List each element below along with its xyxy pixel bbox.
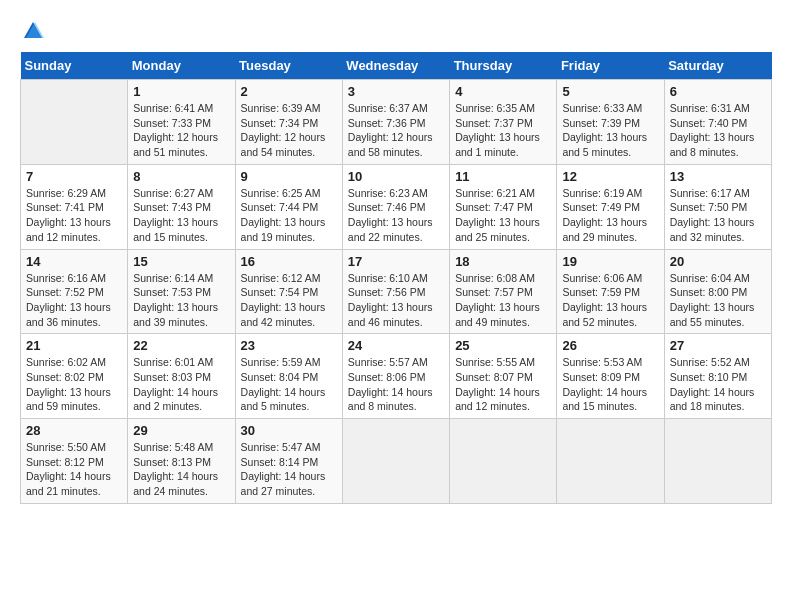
- day-info: Sunrise: 6:10 AM Sunset: 7:56 PM Dayligh…: [348, 271, 444, 330]
- day-info: Sunrise: 6:33 AM Sunset: 7:39 PM Dayligh…: [562, 101, 658, 160]
- calendar-cell: 4Sunrise: 6:35 AM Sunset: 7:37 PM Daylig…: [450, 80, 557, 165]
- calendar-week-4: 21Sunrise: 6:02 AM Sunset: 8:02 PM Dayli…: [21, 334, 772, 419]
- calendar-cell: 7Sunrise: 6:29 AM Sunset: 7:41 PM Daylig…: [21, 164, 128, 249]
- day-info: Sunrise: 6:16 AM Sunset: 7:52 PM Dayligh…: [26, 271, 122, 330]
- day-info: Sunrise: 6:19 AM Sunset: 7:49 PM Dayligh…: [562, 186, 658, 245]
- calendar-cell: 3Sunrise: 6:37 AM Sunset: 7:36 PM Daylig…: [342, 80, 449, 165]
- calendar-header-sunday: Sunday: [21, 52, 128, 80]
- calendar-cell: 21Sunrise: 6:02 AM Sunset: 8:02 PM Dayli…: [21, 334, 128, 419]
- day-number: 22: [133, 338, 229, 353]
- calendar-cell: 17Sunrise: 6:10 AM Sunset: 7:56 PM Dayli…: [342, 249, 449, 334]
- day-number: 12: [562, 169, 658, 184]
- day-number: 17: [348, 254, 444, 269]
- calendar-header-tuesday: Tuesday: [235, 52, 342, 80]
- day-number: 19: [562, 254, 658, 269]
- calendar-table: SundayMondayTuesdayWednesdayThursdayFrid…: [20, 52, 772, 504]
- day-number: 28: [26, 423, 122, 438]
- day-number: 8: [133, 169, 229, 184]
- day-info: Sunrise: 6:23 AM Sunset: 7:46 PM Dayligh…: [348, 186, 444, 245]
- calendar-cell: [21, 80, 128, 165]
- calendar-header-row: SundayMondayTuesdayWednesdayThursdayFrid…: [21, 52, 772, 80]
- day-number: 29: [133, 423, 229, 438]
- calendar-cell: 6Sunrise: 6:31 AM Sunset: 7:40 PM Daylig…: [664, 80, 771, 165]
- calendar-cell: 2Sunrise: 6:39 AM Sunset: 7:34 PM Daylig…: [235, 80, 342, 165]
- calendar-cell: 8Sunrise: 6:27 AM Sunset: 7:43 PM Daylig…: [128, 164, 235, 249]
- day-info: Sunrise: 6:25 AM Sunset: 7:44 PM Dayligh…: [241, 186, 337, 245]
- day-number: 16: [241, 254, 337, 269]
- day-info: Sunrise: 5:50 AM Sunset: 8:12 PM Dayligh…: [26, 440, 122, 499]
- day-number: 21: [26, 338, 122, 353]
- day-info: Sunrise: 5:47 AM Sunset: 8:14 PM Dayligh…: [241, 440, 337, 499]
- day-info: Sunrise: 5:48 AM Sunset: 8:13 PM Dayligh…: [133, 440, 229, 499]
- day-info: Sunrise: 6:04 AM Sunset: 8:00 PM Dayligh…: [670, 271, 766, 330]
- day-info: Sunrise: 5:53 AM Sunset: 8:09 PM Dayligh…: [562, 355, 658, 414]
- calendar-cell: [557, 419, 664, 504]
- day-info: Sunrise: 5:59 AM Sunset: 8:04 PM Dayligh…: [241, 355, 337, 414]
- day-number: 4: [455, 84, 551, 99]
- day-info: Sunrise: 6:35 AM Sunset: 7:37 PM Dayligh…: [455, 101, 551, 160]
- calendar-cell: 24Sunrise: 5:57 AM Sunset: 8:06 PM Dayli…: [342, 334, 449, 419]
- calendar-cell: 28Sunrise: 5:50 AM Sunset: 8:12 PM Dayli…: [21, 419, 128, 504]
- calendar-cell: 14Sunrise: 6:16 AM Sunset: 7:52 PM Dayli…: [21, 249, 128, 334]
- calendar-cell: 18Sunrise: 6:08 AM Sunset: 7:57 PM Dayli…: [450, 249, 557, 334]
- day-info: Sunrise: 6:17 AM Sunset: 7:50 PM Dayligh…: [670, 186, 766, 245]
- calendar-cell: 22Sunrise: 6:01 AM Sunset: 8:03 PM Dayli…: [128, 334, 235, 419]
- calendar-header-wednesday: Wednesday: [342, 52, 449, 80]
- calendar-cell: 30Sunrise: 5:47 AM Sunset: 8:14 PM Dayli…: [235, 419, 342, 504]
- day-number: 3: [348, 84, 444, 99]
- calendar-week-3: 14Sunrise: 6:16 AM Sunset: 7:52 PM Dayli…: [21, 249, 772, 334]
- day-info: Sunrise: 6:14 AM Sunset: 7:53 PM Dayligh…: [133, 271, 229, 330]
- calendar-cell: 12Sunrise: 6:19 AM Sunset: 7:49 PM Dayli…: [557, 164, 664, 249]
- day-number: 24: [348, 338, 444, 353]
- calendar-cell: 11Sunrise: 6:21 AM Sunset: 7:47 PM Dayli…: [450, 164, 557, 249]
- calendar-cell: 25Sunrise: 5:55 AM Sunset: 8:07 PM Dayli…: [450, 334, 557, 419]
- day-number: 1: [133, 84, 229, 99]
- calendar-cell: [664, 419, 771, 504]
- day-number: 7: [26, 169, 122, 184]
- calendar-cell: 20Sunrise: 6:04 AM Sunset: 8:00 PM Dayli…: [664, 249, 771, 334]
- calendar-cell: 16Sunrise: 6:12 AM Sunset: 7:54 PM Dayli…: [235, 249, 342, 334]
- day-info: Sunrise: 6:37 AM Sunset: 7:36 PM Dayligh…: [348, 101, 444, 160]
- day-info: Sunrise: 6:08 AM Sunset: 7:57 PM Dayligh…: [455, 271, 551, 330]
- logo-icon: [22, 20, 44, 42]
- day-number: 5: [562, 84, 658, 99]
- day-number: 30: [241, 423, 337, 438]
- calendar-cell: [450, 419, 557, 504]
- calendar-cell: 23Sunrise: 5:59 AM Sunset: 8:04 PM Dayli…: [235, 334, 342, 419]
- day-info: Sunrise: 5:52 AM Sunset: 8:10 PM Dayligh…: [670, 355, 766, 414]
- day-number: 18: [455, 254, 551, 269]
- day-number: 27: [670, 338, 766, 353]
- day-info: Sunrise: 6:27 AM Sunset: 7:43 PM Dayligh…: [133, 186, 229, 245]
- day-info: Sunrise: 6:12 AM Sunset: 7:54 PM Dayligh…: [241, 271, 337, 330]
- day-info: Sunrise: 6:02 AM Sunset: 8:02 PM Dayligh…: [26, 355, 122, 414]
- calendar-cell: 26Sunrise: 5:53 AM Sunset: 8:09 PM Dayli…: [557, 334, 664, 419]
- day-info: Sunrise: 6:41 AM Sunset: 7:33 PM Dayligh…: [133, 101, 229, 160]
- day-info: Sunrise: 6:29 AM Sunset: 7:41 PM Dayligh…: [26, 186, 122, 245]
- day-info: Sunrise: 6:39 AM Sunset: 7:34 PM Dayligh…: [241, 101, 337, 160]
- calendar-header-friday: Friday: [557, 52, 664, 80]
- calendar-cell: 13Sunrise: 6:17 AM Sunset: 7:50 PM Dayli…: [664, 164, 771, 249]
- calendar-header-saturday: Saturday: [664, 52, 771, 80]
- day-number: 15: [133, 254, 229, 269]
- calendar-cell: 5Sunrise: 6:33 AM Sunset: 7:39 PM Daylig…: [557, 80, 664, 165]
- calendar-cell: [342, 419, 449, 504]
- day-info: Sunrise: 6:21 AM Sunset: 7:47 PM Dayligh…: [455, 186, 551, 245]
- calendar-header-thursday: Thursday: [450, 52, 557, 80]
- calendar-week-1: 1Sunrise: 6:41 AM Sunset: 7:33 PM Daylig…: [21, 80, 772, 165]
- day-info: Sunrise: 5:55 AM Sunset: 8:07 PM Dayligh…: [455, 355, 551, 414]
- day-number: 26: [562, 338, 658, 353]
- day-number: 6: [670, 84, 766, 99]
- calendar-header-monday: Monday: [128, 52, 235, 80]
- day-number: 25: [455, 338, 551, 353]
- calendar-cell: 29Sunrise: 5:48 AM Sunset: 8:13 PM Dayli…: [128, 419, 235, 504]
- calendar-cell: 15Sunrise: 6:14 AM Sunset: 7:53 PM Dayli…: [128, 249, 235, 334]
- calendar-cell: 27Sunrise: 5:52 AM Sunset: 8:10 PM Dayli…: [664, 334, 771, 419]
- calendar-cell: 1Sunrise: 6:41 AM Sunset: 7:33 PM Daylig…: [128, 80, 235, 165]
- calendar-week-2: 7Sunrise: 6:29 AM Sunset: 7:41 PM Daylig…: [21, 164, 772, 249]
- day-number: 2: [241, 84, 337, 99]
- calendar-cell: 10Sunrise: 6:23 AM Sunset: 7:46 PM Dayli…: [342, 164, 449, 249]
- day-number: 23: [241, 338, 337, 353]
- calendar-cell: 19Sunrise: 6:06 AM Sunset: 7:59 PM Dayli…: [557, 249, 664, 334]
- day-number: 20: [670, 254, 766, 269]
- day-number: 14: [26, 254, 122, 269]
